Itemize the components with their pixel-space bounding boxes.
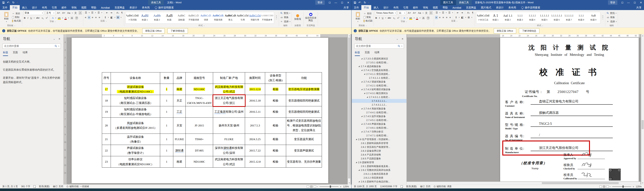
addins-button[interactable]: 加载项 — [293, 14, 302, 20]
table-cell[interactable]: 2015.7.22 — [245, 145, 265, 156]
tree-item[interactable]: 2.7.4.5 温升试验设备 — [352, 114, 406, 118]
language-indicator[interactable]: 英语(美国) — [37, 185, 51, 188]
expand-arrow-icon[interactable] — [356, 139, 357, 140]
expand-arrow-icon[interactable] — [361, 89, 362, 90]
expand-arrow-icon[interactable] — [361, 116, 362, 117]
ribbon-display-options-icon[interactable] — [619, 0, 626, 5]
table-cell[interactable] — [186, 106, 213, 118]
font-size-select[interactable]: 五号▾ — [45, 11, 56, 15]
table-cell[interactable]: 2016.5.11 — [245, 106, 265, 118]
header-cell[interactable]: 数量 — [160, 72, 173, 84]
tab-引用[interactable]: 引用 — [49, 5, 59, 10]
header-cell[interactable]: 制造厂家/产地 — [213, 72, 245, 84]
style-chip[interactable]: 1.1.1标题 8 — [575, 13, 587, 23]
style-chip[interactable]: AABBCCDD不明显参考 — [261, 13, 273, 23]
style-chip[interactable]: 1.1.1标题 3 — [514, 13, 526, 23]
table-cell[interactable]: 17 — [102, 84, 111, 95]
style-chip[interactable]: AaB标题 — [163, 13, 175, 23]
copy-button[interactable]: 复制 — [12, 16, 21, 19]
replace-button[interactable]: ab替换 — [280, 16, 290, 19]
learn-more-button[interactable]: 了解详细信息 — [519, 28, 540, 34]
bold-icon[interactable] — [375, 17, 378, 19]
nav-tab-headings[interactable]: 标题 — [355, 51, 360, 56]
sort-icon[interactable] — [116, 11, 120, 14]
expand-arrow-icon[interactable] — [367, 96, 368, 98]
web-layout-icon[interactable] — [314, 185, 316, 188]
table-cell[interactable]: 检测干式变压器局部放电信号，根据放电强度识别缺陷类型，定位故障点 — [286, 117, 322, 134]
multilevel-list-icon[interactable] — [448, 11, 451, 14]
tab-视图[interactable]: 视图 — [79, 5, 89, 10]
certificate-title-en[interactable]: Calibration Certificate — [500, 81, 639, 85]
table-cell[interactable]: 1 — [160, 95, 173, 106]
tab-文件[interactable]: 文件 — [0, 5, 10, 10]
web-layout-icon[interactable] — [606, 185, 609, 188]
strikethrough-icon[interactable] — [387, 17, 392, 19]
show-marks-icon[interactable] — [121, 11, 123, 14]
tree-item[interactable]: 2.7.4.2 谐波试验设备 — [352, 80, 406, 84]
character-shading-icon[interactable] — [422, 17, 425, 19]
decrease-indent-icon[interactable] — [106, 11, 108, 14]
tree-item[interactable]: 2.7.4.7 功率分析仪 — [352, 130, 406, 134]
table-cell[interactable]: 检验 — [265, 84, 286, 95]
table-cell[interactable]: 深圳市源恒通科技有限公司/深圳 — [213, 145, 245, 156]
header-cell[interactable]: 品牌 — [173, 72, 186, 84]
table-cell[interactable]: 武汉南星电力科技有限公司/武汉 — [213, 84, 245, 95]
certificate-org-cn[interactable]: 沈 阳 计 量 测 试 院 — [500, 44, 639, 52]
tab-开始[interactable]: 开始 — [361, 5, 371, 10]
tab-审阅[interactable]: 审阅 — [420, 5, 430, 10]
table-cell[interactable]: 变压器温升测试 — [286, 134, 322, 145]
proofing-icon[interactable] — [399, 185, 404, 188]
style-chip[interactable]: 1.1.1.1标题 4 — [526, 13, 538, 23]
tree-item[interactable]: 2.7.4.3.1.1.1... — [352, 99, 406, 103]
align-right-icon[interactable] — [92, 16, 94, 19]
expand-arrow-icon[interactable] — [358, 181, 360, 182]
tab-插入[interactable]: 插入 — [371, 5, 381, 10]
tree-item[interactable]: 2.7.4.4.1 在检定/校... — [352, 110, 406, 114]
zoom-level[interactable]: 125% — [634, 185, 643, 188]
style-chip[interactable]: A 1标题 1 — [489, 13, 502, 23]
save-icon[interactable] — [354, 1, 356, 4]
get-genuine-office-button[interactable]: 获取正版 Office — [142, 28, 165, 34]
ribbon-display-options-icon[interactable] — [326, 0, 333, 5]
close-icon[interactable]: ✕ — [402, 38, 404, 40]
certificate-number[interactable]: 证书编号： 第 25001227047 号 — [525, 89, 590, 94]
table-cell[interactable]: 2016.5.18 — [245, 95, 265, 106]
minimize-button[interactable]: — — [626, 0, 632, 5]
signer-approved[interactable]: 批准人Approved by — [564, 153, 576, 160]
table-cell[interactable]: 短时感应试验设备（耐压测试台-三项调压器） — [111, 95, 160, 106]
header-cell[interactable]: 功能 — [286, 72, 322, 84]
header-cell[interactable]: 设备类型 (加工/检验) — [265, 72, 286, 84]
tab-设计[interactable]: 设计 — [30, 5, 40, 10]
line-spacing-icon[interactable] — [455, 16, 458, 19]
cut-button[interactable]: ✂剪切 — [364, 12, 372, 15]
search-options-icon[interactable]: ▾ — [58, 45, 59, 47]
table-cell[interactable]: 声级试验设备（数字噪音计） — [111, 145, 160, 156]
tree-item[interactable]: 2.7.4.1.1 变压器损耗... — [352, 72, 406, 76]
table-cell[interactable]: 检验 — [265, 134, 286, 145]
table-cell[interactable]: 浙江天正电气股份有限公司/浙江 — [213, 95, 245, 106]
tab-帮助[interactable]: 帮助 — [440, 5, 450, 10]
style-chip[interactable]: AaBl标题 1 — [138, 13, 151, 23]
tab-设计[interactable]: 设计 — [381, 5, 391, 10]
undo-icon[interactable]: ↶▾ — [358, 1, 362, 4]
scroll-up-icon[interactable]: ▲ — [348, 34, 351, 37]
tree-item[interactable]: 2.9.2.1 合格供应商名录 — [352, 172, 406, 176]
tree-item[interactable]: 2.9.3 原材料不合格品控制... — [352, 180, 406, 183]
close-button[interactable]: ✕ — [638, 0, 644, 5]
cut-button[interactable]: ✂剪切 — [12, 12, 21, 15]
grow-font-icon[interactable] — [408, 12, 412, 14]
close-button[interactable]: ✕ — [345, 0, 351, 5]
table-cell[interactable]: TSGC-15KVA/380V/0-430V — [186, 95, 213, 106]
format-painter-button[interactable]: 格式刷 — [364, 19, 372, 23]
chevron-down-icon[interactable]: ⌄ — [53, 38, 55, 40]
certificate-title-cn[interactable]: 校 准 证 书 — [500, 67, 639, 78]
context-tab-table-tools[interactable]: 表格工具 — [456, 0, 472, 5]
table-cell[interactable]: 1 — [160, 106, 173, 118]
tab-插入[interactable]: 插入 — [20, 5, 30, 10]
table-cell[interactable]: 源恒通 — [173, 145, 186, 156]
expand-arrow-icon[interactable] — [356, 162, 357, 163]
enclose-characters-icon[interactable] — [75, 16, 78, 20]
character-border-icon[interactable] — [429, 11, 433, 15]
save-icon[interactable] — [2, 1, 5, 4]
left-horizontal-ruler[interactable]: 2468101214161820222426283032343638404244 — [67, 34, 347, 37]
